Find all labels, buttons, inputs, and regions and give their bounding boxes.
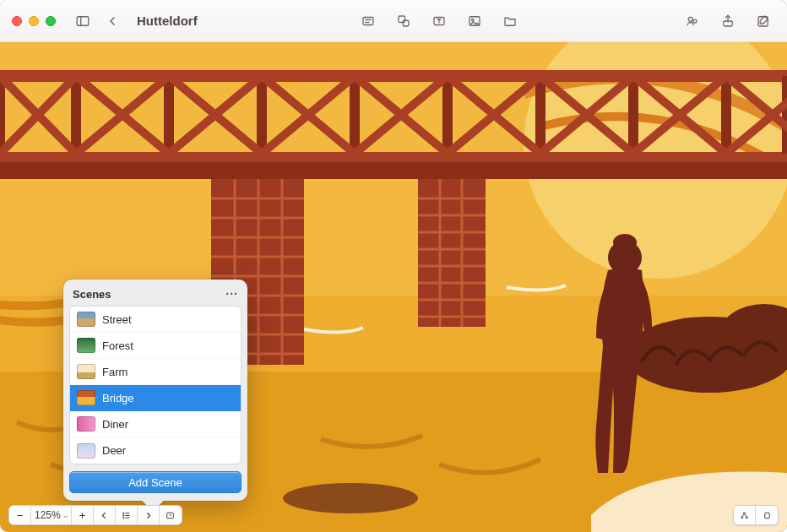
zoom-level-value: 125% [35,509,61,521]
window-traffic-lights [12,16,56,26]
minimize-window-button[interactable] [29,16,39,26]
scene-thumbnail [77,364,95,379]
toolbar-center-group [356,10,522,32]
svg-point-11 [693,19,697,23]
title-bar: Hutteldorf [0,0,787,42]
next-scene-button[interactable] [138,506,160,524]
svg-point-70 [741,516,743,518]
svg-rect-75 [764,513,768,518]
scene-item-label: Diner [102,418,128,431]
zoom-nav-toolbar: 125% ⌵ [8,505,182,525]
prev-scene-button[interactable] [94,506,116,524]
svg-point-71 [746,516,747,518]
scene-item-street[interactable]: Street [70,307,241,333]
scene-item-label: Forest [102,339,133,352]
svg-point-63 [122,513,123,513]
zoom-level-dropdown[interactable]: 125% ⌵ [31,506,72,524]
single-view-button[interactable] [756,506,778,524]
svg-rect-2 [363,17,373,24]
toolbar-right-group [681,10,775,32]
svg-rect-5 [399,16,405,23]
fullscreen-window-button[interactable] [46,16,56,26]
collaborate-icon[interactable] [681,10,704,32]
svg-point-67 [122,517,123,518]
add-scene-button[interactable]: Add Scene [69,471,242,493]
svg-line-73 [742,513,745,516]
scene-thumbnail [77,312,95,327]
svg-point-57 [283,483,418,513]
scenes-panel-title: Scenes [73,288,111,301]
scene-thumbnail [77,338,95,353]
scene-item-farm[interactable]: Farm [70,359,241,385]
zoom-in-button[interactable] [72,506,94,524]
scene-item-label: Street [102,313,132,326]
folder-icon[interactable] [498,10,522,32]
svg-point-72 [743,512,745,513]
view-mode-toolbar [733,505,779,525]
back-button[interactable] [101,10,125,32]
svg-line-74 [745,513,747,516]
scenes-popover: Scenes ··· Street Forest Farm B [63,280,247,501]
svg-rect-18 [0,160,787,179]
scene-item-label: Bridge [102,392,134,404]
svg-rect-0 [77,16,89,25]
chevron-down-icon: ⌵ [63,511,68,519]
scene-thumbnail [77,443,95,459]
svg-point-10 [688,17,692,21]
svg-point-59 [613,234,637,251]
app-window: Hutteldorf [0,0,787,532]
canvas-area[interactable]: Scenes ··· Street Forest Farm B [0,42,787,532]
note-card-icon[interactable] [356,10,380,32]
svg-point-9 [471,19,473,20]
svg-rect-19 [0,152,787,162]
document-title: Hutteldorf [137,14,198,28]
scene-thumbnail [77,390,95,405]
shape-icon[interactable] [392,10,415,32]
text-box-icon[interactable] [427,10,451,32]
scenes-more-button[interactable]: ··· [225,287,238,301]
fit-scene-button[interactable] [160,506,182,524]
scene-item-bridge[interactable]: Bridge [70,385,241,411]
svg-rect-32 [418,179,486,327]
compose-icon[interactable] [752,10,775,32]
scene-item-label: Farm [102,366,128,378]
scene-item-deer[interactable]: Deer [70,437,241,464]
svg-rect-6 [403,20,409,26]
scene-item-diner[interactable]: Diner [70,411,241,437]
scene-item-forest[interactable]: Forest [70,333,241,359]
scenes-list[interactable]: Street Forest Farm Bridge Diner [69,306,242,464]
close-window-button[interactable] [12,16,22,26]
svg-point-65 [122,514,123,515]
scene-item-label: Deer [102,444,126,457]
share-icon[interactable] [716,10,740,32]
scenes-list-button[interactable] [116,506,138,524]
zoom-out-button[interactable] [9,506,31,524]
image-icon[interactable] [463,10,486,32]
sidebar-toggle-button[interactable] [71,10,95,32]
connections-view-button[interactable] [734,506,756,524]
scene-thumbnail [77,416,95,432]
